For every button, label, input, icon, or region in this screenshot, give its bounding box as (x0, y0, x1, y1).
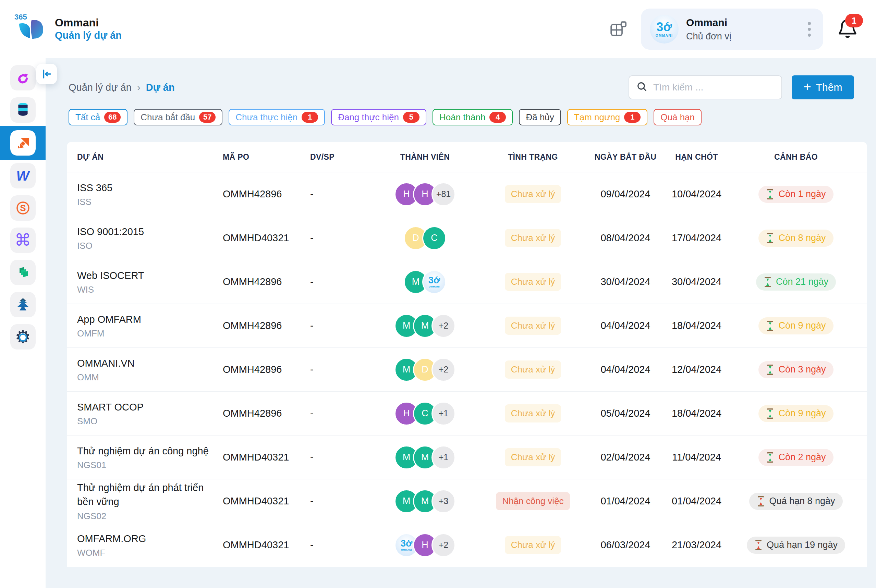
dvsp-value: - (305, 232, 314, 244)
user-role: Chủ đơn vị (686, 31, 731, 42)
start-date: 30/04/2024 (600, 276, 650, 288)
hourglass-icon (766, 320, 774, 332)
warning-badge: Quá hạn 19 ngày (747, 537, 845, 554)
filter-chip-label: Đang thực hiện (338, 112, 399, 123)
project-name: Thử nghiệm dự án công nghệ (77, 444, 209, 458)
warning-badge: Còn 3 ngày (759, 361, 833, 378)
projects-app-icon (15, 135, 31, 151)
table-row[interactable]: Web ISOCERT WIS OMMH42896 - M3ớOMMANI Ch… (67, 260, 867, 304)
sidebar-item-clover-app[interactable]: ⌘ (0, 224, 46, 256)
member-avatars: MM+3 (394, 489, 456, 513)
member-avatar-ommani-logo: 3ớOMMANI (422, 270, 446, 294)
add-button[interactable]: + Thêm (792, 75, 854, 99)
po-code: OMMH42896 (219, 408, 282, 419)
sidebar-item-tree-app[interactable] (0, 288, 46, 321)
kebab-menu-icon[interactable] (804, 18, 814, 40)
filter-chip-3[interactable]: Đang thực hiện5 (331, 109, 426, 125)
column-header: MÃ PO (219, 153, 249, 162)
search-input[interactable] (652, 81, 774, 93)
project-cell: ISO 9001:2015 ISO (67, 225, 144, 252)
project-name: SMART OCOP (77, 400, 144, 414)
project-name: Thử nghiệm dự án phát triển bền vững (77, 481, 214, 508)
column-header: HẠN CHÓT (675, 153, 718, 162)
app-header: 365 Ommani Quản lý dự án 3ớ OMMANI Omman… (0, 0, 876, 58)
member-overflow-count: +2 (432, 314, 456, 338)
app-title: Ommani (55, 16, 122, 29)
project-name: OMMANI.VN (77, 356, 135, 370)
project-cell: SMART OCOP SMO (67, 400, 144, 427)
sidebar-item-projects-app[interactable] (0, 126, 46, 160)
start-date: 05/04/2024 (600, 408, 650, 419)
sidebar-item-settings-app[interactable]: ⚙ (0, 321, 46, 353)
project-cell: OMFARM.ORG WOMF (67, 532, 146, 558)
warning-badge: Còn 9 ngày (759, 405, 833, 422)
sidebar-item-s-app[interactable]: S (0, 192, 46, 224)
filter-chip-label: Chưa thực hiện (236, 112, 297, 123)
warning-label: Quá hạn 19 ngày (766, 540, 838, 550)
filter-chip-1[interactable]: Chưa bắt đầu57 (134, 109, 222, 125)
po-code: OMMHD40321 (219, 539, 289, 550)
table-row[interactable]: OMFARM.ORG WOMF OMMHD40321 - 3ớOMMANIH+2… (67, 523, 867, 567)
notification-bell-icon[interactable]: 1 (836, 17, 860, 41)
hourglass-icon (766, 189, 774, 200)
table-row[interactable]: Thử nghiệm dự án công nghệ NGS01 OMMHD40… (67, 435, 867, 479)
status-badge: Chưa xử lý (505, 316, 561, 335)
filter-chip-4[interactable]: Hoàn thành4 (432, 109, 513, 125)
po-code: OMMH42896 (219, 276, 282, 288)
status-badge: Chưa xử lý (505, 448, 561, 466)
sidebar-items: WS⌘⚙ (0, 58, 46, 353)
dvsp-value: - (305, 364, 314, 375)
member-overflow-count: +1 (432, 446, 456, 470)
brand: 365 Ommani Quản lý dự án (0, 13, 122, 46)
project-cell: Thử nghiệm dự án công nghệ NGS01 (67, 444, 209, 471)
deadline-date: 11/04/2024 (672, 452, 721, 463)
project-cell: App OMFARM OMFM (67, 312, 141, 339)
deadline-date: 01/04/2024 (672, 495, 722, 507)
member-avatars: DC (404, 226, 446, 250)
table-row[interactable]: Thử nghiệm dự án phát triển bền vững NGS… (67, 479, 867, 523)
w-app-icon: W (16, 169, 30, 183)
filter-count-badge: 4 (489, 112, 506, 123)
warning-label: Quá hạn 8 ngày (769, 496, 835, 507)
notification-badge: 1 (845, 14, 863, 27)
sidebar-item-database-app[interactable] (0, 94, 46, 126)
filter-chip-6[interactable]: Tạm ngưng1 (567, 109, 647, 125)
sidebar: WS⌘⚙ (0, 58, 46, 588)
table-row[interactable]: ISO 9001:2015 ISO OMMHD40321 - DC Chưa x… (67, 216, 867, 260)
warning-label: Còn 1 ngày (778, 189, 826, 200)
apps-grid-icon[interactable] (609, 20, 628, 39)
deadline-date: 10/04/2024 (672, 189, 722, 200)
plus-icon: + (804, 80, 811, 93)
warning-badge: Còn 2 ngày (759, 449, 833, 466)
table-row[interactable]: SMART OCOP SMO OMMH42896 - HC+1 Chưa xử … (67, 392, 867, 435)
table-header: DỰ ÁNMÃ PODV/SPTHÀNH VIÊNTÌNH TRẠNGNGÀY … (67, 142, 867, 172)
filter-chip-label: Hoàn thành (440, 112, 485, 123)
filter-chip-0[interactable]: Tất cả68 (69, 109, 128, 125)
sidebar-collapse-button[interactable] (36, 64, 57, 84)
filter-chip-7[interactable]: Quá hạn (654, 109, 702, 125)
po-code: OMMH42896 (219, 320, 282, 332)
project-code: ISO (77, 240, 144, 251)
start-date: 04/04/2024 (600, 320, 650, 332)
filter-chip-label: Tạm ngưng (574, 112, 620, 123)
dvsp-value: - (305, 189, 314, 200)
po-code: OMMHD40321 (219, 495, 289, 507)
breadcrumb-parent[interactable]: Quản lý dự án (69, 82, 132, 93)
sidebar-item-w-app[interactable]: W (0, 160, 46, 192)
project-cell: ISS 365 ISS (67, 181, 112, 208)
breadcrumb-current[interactable]: Dự án (146, 82, 175, 93)
sidebar-item-layers-app[interactable] (0, 256, 46, 288)
table-row[interactable]: App OMFARM OMFM OMMH42896 - MM+2 Chưa xử… (67, 304, 867, 348)
table-row[interactable]: ISS 365 ISS OMMH42896 - HH+81 Chưa xử lý… (67, 172, 867, 216)
hourglass-icon (766, 232, 774, 244)
user-menu[interactable]: 3ớ OMMANI Ommani Chủ đơn vị (641, 9, 823, 50)
filter-chip-5[interactable]: Đã hủy (519, 109, 561, 125)
table-row[interactable]: OMMANI.VN OMM OMMH42896 - MD+2 Chưa xử l… (67, 348, 867, 392)
project-cell: OMMANI.VN OMM (67, 356, 135, 383)
clover-app-icon: ⌘ (15, 232, 31, 248)
column-header: THÀNH VIÊN (400, 153, 450, 162)
warning-badge: Quá hạn 8 ngày (749, 493, 842, 510)
member-avatars: 3ớOMMANIH+2 (394, 533, 456, 557)
filter-chip-2[interactable]: Chưa thực hiện1 (229, 109, 325, 125)
dvsp-value: - (305, 539, 314, 550)
